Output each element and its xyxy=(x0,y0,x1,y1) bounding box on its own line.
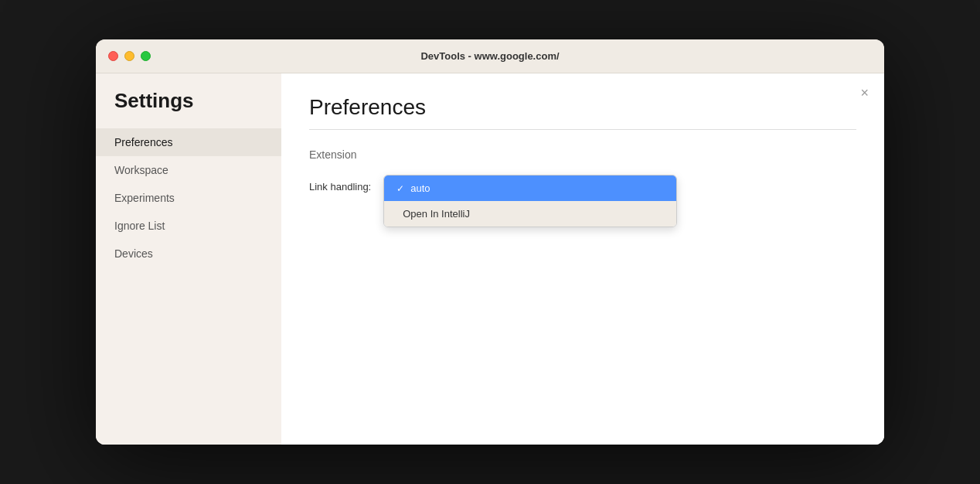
main-content: × Preferences Extension Link handling: ✓… xyxy=(281,73,884,445)
checkmark-icon: ✓ xyxy=(396,183,404,194)
sidebar-item-devices[interactable]: Devices xyxy=(96,240,281,268)
close-icon[interactable]: × xyxy=(860,86,869,100)
sidebar-item-preferences[interactable]: Preferences xyxy=(96,128,281,156)
link-handling-dropdown[interactable]: ✓ auto Open In IntelliJ xyxy=(383,175,677,227)
content-area: Settings Preferences Workspace Experimen… xyxy=(96,73,884,445)
section-title: Extension xyxy=(309,148,856,161)
dropdown-option-intellij-label: Open In IntelliJ xyxy=(403,208,470,220)
sidebar-item-ignore-list[interactable]: Ignore List xyxy=(96,212,281,240)
link-handling-label: Link handling: xyxy=(309,175,371,193)
dropdown-option-intellij[interactable]: Open In IntelliJ xyxy=(384,201,676,227)
devtools-window: DevTools - www.google.com/ Settings Pref… xyxy=(96,39,884,445)
sidebar-heading: Settings xyxy=(96,89,281,128)
page-title: Preferences xyxy=(309,95,856,120)
minimize-button[interactable] xyxy=(124,51,134,61)
dropdown-option-auto[interactable]: ✓ auto xyxy=(384,176,676,201)
sidebar-item-workspace[interactable]: Workspace xyxy=(96,156,281,184)
close-button[interactable] xyxy=(108,51,118,61)
divider xyxy=(309,129,856,130)
dropdown-list: ✓ auto Open In IntelliJ xyxy=(383,175,677,227)
maximize-button[interactable] xyxy=(141,51,151,61)
titlebar: DevTools - www.google.com/ xyxy=(96,39,884,73)
sidebar: Settings Preferences Workspace Experimen… xyxy=(96,73,281,445)
window-title: DevTools - www.google.com/ xyxy=(420,50,559,62)
traffic-lights xyxy=(108,51,151,61)
link-handling-row: Link handling: ✓ auto Open In IntelliJ xyxy=(309,175,856,227)
dropdown-option-auto-label: auto xyxy=(410,182,430,194)
sidebar-item-experiments[interactable]: Experiments xyxy=(96,184,281,212)
